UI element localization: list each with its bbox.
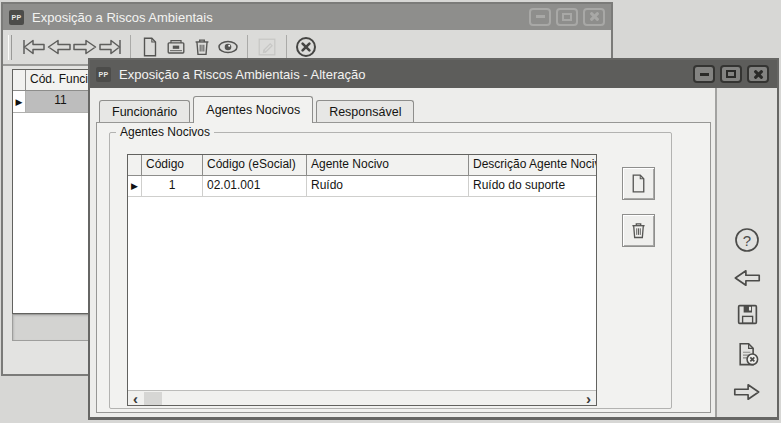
groupbox-label: Agentes Nocivos — [116, 125, 214, 139]
add-agente-button[interactable] — [622, 167, 655, 200]
tab-agentes-nocivos[interactable]: Agentes Nocivos — [193, 96, 313, 123]
toolbar-separator — [286, 35, 287, 59]
edit-record-button-disabled — [254, 35, 280, 59]
minimize-icon — [700, 73, 709, 76]
cancel-record-button[interactable] — [734, 341, 761, 368]
maximize-button[interactable] — [556, 8, 578, 26]
arrow-left-icon — [46, 38, 72, 56]
previous-button[interactable] — [732, 268, 762, 288]
window-title: Exposição a Riscos Ambientais — [32, 10, 213, 25]
app-icon: PP — [9, 10, 24, 25]
next-record-button[interactable] — [72, 35, 98, 59]
scrollbar-thumb[interactable] — [144, 392, 162, 405]
column-header: Cód. Funcion — [26, 70, 96, 91]
trash-icon — [191, 36, 213, 58]
window-title: Exposição a Riscos Ambientais - Alteraçã… — [119, 67, 365, 82]
save-button[interactable] — [735, 302, 760, 327]
row-selector-icon: ▶ — [128, 176, 142, 197]
minimize-button[interactable] — [693, 65, 715, 83]
first-record-button[interactable] — [20, 35, 46, 59]
scroll-right-button[interactable]: › — [581, 392, 596, 405]
cell-descricao: Ruído do suporte — [469, 176, 596, 197]
new-document-icon — [139, 36, 161, 58]
column-header-codigo: Código — [142, 155, 203, 176]
eye-icon — [216, 37, 240, 57]
document-cancel-icon — [734, 341, 761, 368]
cell-cod-funcionario: 11 — [26, 91, 96, 113]
cell-codigo: 1 — [142, 176, 203, 197]
close-icon — [753, 69, 764, 80]
arrow-right-icon — [72, 38, 98, 56]
grid-row[interactable]: ▶ 1 02.01.001 Ruído Ruído do suporte — [128, 176, 596, 197]
prior-record-button[interactable] — [46, 35, 72, 59]
horizontal-scrollbar[interactable]: ‹ › — [128, 390, 596, 405]
open-record-button[interactable] — [163, 35, 189, 59]
close-icon — [589, 11, 600, 22]
maximize-button[interactable] — [720, 65, 742, 83]
tab-responsavel[interactable]: Responsável — [316, 100, 414, 122]
column-header-agente-nocivo: Agente Nocivo — [307, 155, 469, 176]
right-action-rail: ? — [715, 88, 777, 417]
delete-agente-button[interactable] — [622, 214, 655, 247]
new-record-button[interactable] — [137, 35, 163, 59]
toolbar-separator — [130, 35, 131, 59]
arrow-bar-right-icon — [98, 38, 124, 56]
floppy-save-icon — [735, 302, 760, 327]
scroll-left-button[interactable]: ‹ — [128, 392, 143, 405]
circle-x-icon — [294, 35, 318, 59]
titlebar[interactable]: PP Exposição a Riscos Ambientais - Alter… — [90, 60, 777, 88]
close-button[interactable] — [583, 8, 605, 26]
maximize-icon — [726, 70, 736, 78]
agentes-grid: Código Código (eSocial) Agente Nocivo De… — [127, 154, 597, 406]
groupbox-agentes-nocivos: Agentes Nocivos Código Código (eSocial) … — [109, 132, 672, 409]
arrow-right-icon — [732, 382, 762, 402]
selector-header-cell — [128, 155, 142, 176]
tab-page-agentes-nocivos: Agentes Nocivos Código Código (eSocial) … — [96, 122, 711, 413]
trash-icon — [628, 220, 649, 241]
window-alteracao-dialog: PP Exposição a Riscos Ambientais - Alter… — [88, 58, 779, 420]
view-record-button[interactable] — [215, 35, 241, 59]
row-selector-icon: ▶ — [13, 91, 26, 113]
close-button[interactable] — [747, 65, 769, 83]
arrow-bar-left-icon — [20, 38, 46, 56]
desktop: PP Exposição a Riscos Ambientais — [0, 0, 781, 423]
svg-text:?: ? — [743, 232, 751, 249]
tab-funcionario[interactable]: Funcionário — [99, 100, 190, 122]
last-record-button[interactable] — [98, 35, 124, 59]
column-header-codigo-esocial: Código (eSocial) — [203, 155, 307, 176]
help-button[interactable]: ? — [733, 226, 761, 254]
tab-bar: Funcionário Agentes Nocivos Responsável — [96, 94, 711, 122]
column-header-descricao: Descrição Agente Nocivo — [469, 155, 596, 176]
maximize-icon — [562, 13, 572, 21]
edit-pencil-icon — [256, 36, 278, 58]
grid-header: Código Código (eSocial) Agente Nocivo De… — [128, 155, 596, 176]
grid-empty-area — [128, 197, 596, 390]
next-button[interactable] — [732, 382, 762, 402]
selector-header-cell — [13, 70, 26, 91]
cell-agente-nocivo: Ruído — [307, 176, 469, 197]
titlebar[interactable]: PP Exposição a Riscos Ambientais — [3, 4, 611, 30]
question-circle-icon: ? — [733, 226, 761, 254]
new-document-icon — [628, 173, 649, 194]
toolbar-separator — [247, 35, 248, 59]
cancel-button[interactable] — [293, 35, 319, 59]
delete-record-button[interactable] — [189, 35, 215, 59]
minimize-button[interactable] — [529, 8, 551, 26]
drawer-icon — [165, 36, 187, 58]
minimize-icon — [536, 15, 545, 18]
app-icon: PP — [96, 67, 111, 82]
cell-codigo-esocial: 02.01.001 — [203, 176, 307, 197]
arrow-left-icon — [732, 268, 762, 288]
toolbar-grip[interactable] — [8, 35, 12, 60]
